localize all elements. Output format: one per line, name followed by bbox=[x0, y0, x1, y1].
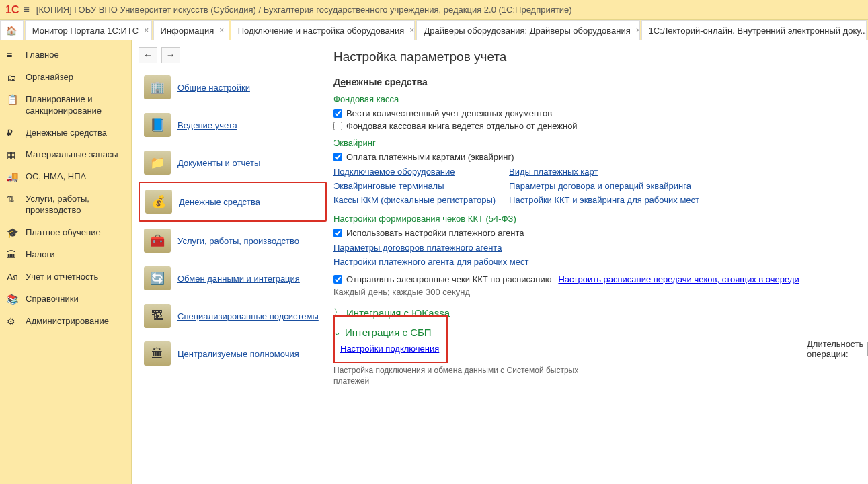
page-title: Настройка параметров учета bbox=[333, 50, 855, 65]
thumb-icon: 📁 bbox=[144, 151, 171, 175]
thumb-icon: 🧰 bbox=[144, 229, 171, 253]
thumb-icon: 🏛 bbox=[144, 341, 171, 366]
link-agent-params[interactable]: Параметры договоров платежного агента bbox=[333, 243, 502, 253]
sidebar-item-label: Услуги, работы, производство bbox=[26, 194, 124, 216]
chk-quantity[interactable] bbox=[333, 109, 342, 118]
link-schedule[interactable]: Настроить расписание передачи чеков, сто… bbox=[558, 274, 799, 284]
hamburger-icon[interactable]: ≡ bbox=[23, 4, 29, 16]
titlebar: 1C ≡ [КОПИЯ] ГОБУ ВПО Университет искусс… bbox=[0, 0, 868, 20]
tab-0[interactable]: Монитор Портала 1С:ИТС× bbox=[25, 20, 152, 40]
chk-label: Вести количественный учет денежных докум… bbox=[346, 108, 552, 118]
tab-label: Драйверы оборудования: Драйверы оборудов… bbox=[424, 26, 630, 36]
services-icon: ⇅ bbox=[7, 194, 20, 204]
close-icon[interactable]: × bbox=[219, 26, 224, 35]
nav-link[interactable]: Специализированные подсистемы bbox=[177, 311, 319, 321]
nav-link[interactable]: Общие настройки bbox=[177, 83, 250, 93]
close-icon[interactable]: × bbox=[409, 26, 414, 35]
sidebar-item[interactable]: 🗂Органайзер bbox=[0, 67, 131, 89]
sbp-highlight-box: Настройки подключения bbox=[333, 315, 448, 363]
sidebar-item[interactable]: ₽Денежные средства bbox=[0, 122, 131, 145]
sidebar-item-label: Главное bbox=[26, 50, 59, 61]
sidebar-item-label: Платное обучение bbox=[26, 227, 101, 239]
sidebar-item[interactable]: АяУчет и отчетность bbox=[0, 266, 131, 288]
nav-forward-button[interactable]: → bbox=[161, 47, 180, 63]
thumb-icon: 🔄 bbox=[144, 266, 171, 290]
nav-link[interactable]: Денежные средства bbox=[179, 197, 260, 207]
nav-entry[interactable]: 🏛Централизуемые полномочия bbox=[139, 335, 327, 372]
sidebar-item[interactable]: ⇅Услуги, работы, производство bbox=[0, 188, 131, 222]
nav-back-button[interactable]: ← bbox=[139, 47, 157, 63]
sidebar-item[interactable]: 🚚ОС, НМА, НПА bbox=[0, 166, 131, 188]
nav-link[interactable]: Централизуемые полномочия bbox=[177, 349, 299, 359]
chk-label: Фондовая кассовая книга ведется отдельно… bbox=[346, 121, 578, 131]
tabstrip: 🏠 Монитор Портала 1С:ИТС× Информация× По… bbox=[0, 20, 868, 40]
thumb-icon: 📘 bbox=[144, 113, 171, 137]
tab-2[interactable]: Подключение и настройка оборудования× bbox=[231, 20, 416, 40]
chk-schedule[interactable] bbox=[333, 275, 342, 284]
subsection-header: Фондовая касса bbox=[333, 94, 855, 104]
sidebar-item[interactable]: ⚙Администрирование bbox=[0, 311, 131, 333]
chk-acquiring[interactable] bbox=[333, 153, 342, 161]
sidebar-item-label: Денежные средства bbox=[26, 128, 107, 139]
nav-entry[interactable]: 📁Документы и отчеты bbox=[139, 144, 327, 182]
sidebar-item-label: Органайзер bbox=[26, 72, 73, 83]
close-icon[interactable]: × bbox=[144, 26, 149, 35]
link-terminals[interactable]: Эквайринговые терминалы bbox=[333, 181, 444, 191]
duration-label: Длительность операции: bbox=[807, 339, 863, 359]
nav-link[interactable]: Ведение учета bbox=[177, 120, 237, 130]
close-icon[interactable]: × bbox=[636, 26, 640, 35]
tab-label: Подключение и настройка оборудования bbox=[238, 26, 405, 36]
sidebar-item[interactable]: 📋Планирование и санкционирование bbox=[0, 89, 131, 122]
sidebar-item-label: Учет и отчетность bbox=[26, 272, 98, 283]
nav-entry[interactable]: 🔄Обмен данными и интеграция bbox=[139, 259, 327, 297]
sidebar-item-label: Планирование и санкционирование bbox=[26, 94, 124, 117]
chk-separate-book[interactable] bbox=[333, 122, 342, 130]
tab-label: Информация bbox=[161, 26, 214, 36]
app-logo: 1C bbox=[5, 4, 19, 16]
link-card-types[interactable]: Виды платежных карт bbox=[509, 167, 598, 177]
reports-icon: Ая bbox=[7, 272, 20, 282]
chk-agent[interactable] bbox=[333, 229, 342, 237]
directories-icon: 📚 bbox=[7, 294, 20, 305]
nav-entry[interactable]: 🏗Специализированные подсистемы bbox=[139, 297, 327, 335]
education-icon: 🎓 bbox=[7, 227, 20, 238]
nav-link[interactable]: Услуги, работы, производство bbox=[177, 236, 299, 246]
link-sbp-settings[interactable]: Настройки подключения bbox=[340, 344, 439, 354]
nav-link[interactable]: Документы и отчеты bbox=[177, 158, 260, 168]
link-equipment[interactable]: Подключаемое оборудование bbox=[333, 167, 455, 177]
chk-label: Использовать настройки платежного агента bbox=[346, 228, 524, 238]
tab-label: Монитор Портала 1С:ИТС bbox=[32, 26, 139, 36]
organizer-icon: 🗂 bbox=[7, 72, 20, 83]
tab-3[interactable]: Драйверы оборудования: Драйверы оборудов… bbox=[416, 20, 639, 40]
menu-icon: ≡ bbox=[7, 50, 20, 61]
nav-entry[interactable]: 📘Ведение учета bbox=[139, 106, 327, 144]
nav-entry[interactable]: 🧰Услуги, работы, производство bbox=[139, 222, 327, 259]
nav-link[interactable]: Обмен данными и интеграция bbox=[177, 274, 300, 284]
sidebar-item-label: Материальные запасы bbox=[26, 149, 118, 161]
sidebar-item-label: ОС, НМА, НПА bbox=[26, 171, 86, 183]
sidebar-item[interactable]: 📚Справочники bbox=[0, 288, 131, 311]
nav-entry[interactable]: 🏢Общие настройки bbox=[139, 69, 327, 106]
sidebar-item[interactable]: 🎓Платное обучение bbox=[0, 222, 131, 244]
tab-home[interactable]: 🏠 bbox=[0, 20, 24, 40]
tax-icon: 🏛 bbox=[7, 249, 20, 260]
subsection-header: Настройки формирования чеков ККТ (54-ФЗ) bbox=[333, 214, 855, 224]
inventory-icon: ▦ bbox=[7, 149, 20, 160]
tab-label: 1С:Лекторий-онлайн. Внутренний электронн… bbox=[649, 26, 867, 36]
sidebar-item[interactable]: ≡Главное bbox=[0, 44, 131, 67]
nav-arrows: ← → bbox=[139, 47, 182, 63]
sidebar-item-label: Справочники bbox=[26, 294, 79, 305]
tab-4[interactable]: 1С:Лекторий-онлайн. Внутренний электронн… bbox=[641, 20, 867, 40]
sidebar-item-label: Администрирование bbox=[26, 316, 109, 327]
sidebar-item[interactable]: ▦Материальные запасы bbox=[0, 144, 131, 166]
link-workplace-settings[interactable]: Настройки ККТ и эквайринга для рабочих м… bbox=[509, 195, 699, 205]
window-title: [КОПИЯ] ГОБУ ВПО Университет искусств (С… bbox=[36, 5, 572, 15]
nav-entry-active[interactable]: 💰Денежные средства bbox=[139, 182, 327, 222]
content-area: Настройка параметров учета Денежные сред… bbox=[333, 40, 868, 484]
link-agent-workplace[interactable]: Настройки платежного агента для рабочих … bbox=[333, 257, 528, 267]
link-contract-params[interactable]: Параметры договора и операций эквайринга bbox=[509, 181, 691, 191]
thumb-icon: 💰 bbox=[145, 190, 172, 214]
tab-1[interactable]: Информация× bbox=[153, 20, 229, 40]
sidebar-item[interactable]: 🏛Налоги bbox=[0, 244, 131, 266]
link-kkm[interactable]: Кассы ККМ (фискальные регистраторы) bbox=[333, 195, 496, 205]
